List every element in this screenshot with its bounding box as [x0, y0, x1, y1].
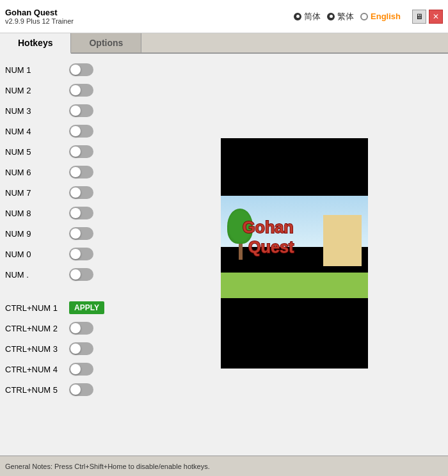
hotkey-label-ctrlnum5: CTRL+NUM 5	[5, 385, 63, 395]
lang-english[interactable]: English	[360, 12, 401, 21]
hotkey-row-num0: NUM 0	[5, 246, 133, 262]
language-controls: 简体 繁体 English 🖥 ✕	[294, 10, 443, 24]
toggle-num0[interactable]	[69, 248, 93, 260]
toggle-num7[interactable]	[69, 186, 93, 199]
hotkey-label-num0: NUM 0	[5, 250, 63, 259]
hotkey-row-ctrlnum2: CTRL+NUM 2	[5, 320, 133, 337]
tab-bar: Hotkeys Options	[0, 33, 448, 54]
toggle-ctrlnum2[interactable]	[69, 322, 93, 335]
monitor-button[interactable]: 🖥	[412, 10, 426, 24]
game-image-container: Gohan Quest	[221, 138, 368, 369]
hotkey-row-num8: NUM 8	[5, 205, 133, 221]
hotkey-label-num2: NUM 2	[5, 86, 63, 95]
game-image-area: Gohan Quest	[146, 56, 443, 450]
tab-options[interactable]: Options	[71, 33, 141, 52]
toggle-num9[interactable]	[69, 227, 93, 240]
hotkey-row-ctrlnum5: CTRL+NUM 5	[5, 381, 133, 398]
lang-traditional-label: 繁体	[337, 11, 354, 22]
hotkey-row-num3: NUM 3	[5, 102, 133, 119]
radio-english	[360, 13, 368, 20]
close-button[interactable]: ✕	[429, 10, 443, 24]
hotkey-row-numdot: NUM .	[5, 266, 133, 283]
lang-simplified[interactable]: 简体	[294, 11, 321, 22]
toggle-num6[interactable]	[69, 166, 93, 178]
status-bar: General Notes: Press Ctrl+Shift+Home to …	[0, 456, 448, 476]
hotkey-label-ctrlnum4: CTRL+NUM 4	[5, 365, 63, 374]
hotkey-row-ctrlnum4: CTRL+NUM 4	[5, 361, 133, 377]
hotkey-label-num7: NUM 7	[5, 188, 63, 198]
section-gap	[5, 287, 133, 296]
hotkeys-list: NUM 1 NUM 2 NUM 3 NUM 4 NUM 5 NUM 6 NUM …	[5, 61, 133, 450]
status-text: General Notes: Press Ctrl+Shift+Home to …	[5, 463, 210, 470]
hotkey-row-num1: NUM 1	[5, 61, 133, 78]
hotkey-label-num4: NUM 4	[5, 127, 63, 136]
hotkey-row-num5: NUM 5	[5, 143, 133, 160]
hotkey-row-num4: NUM 4	[5, 123, 133, 139]
main-content: NUM 1 NUM 2 NUM 3 NUM 4 NUM 5 NUM 6 NUM …	[0, 54, 448, 456]
toggle-ctrlnum5[interactable]	[69, 383, 93, 396]
hotkey-row-ctrlnum1: CTRL+NUM 1 APPLY	[5, 299, 133, 316]
apply-button[interactable]: APPLY	[69, 301, 104, 314]
app-version: v2.9.9 Plus 12 Trainer	[5, 17, 74, 25]
hotkey-row-num6: NUM 6	[5, 164, 133, 180]
lang-traditional[interactable]: 繁体	[327, 11, 354, 22]
hotkey-label-num5: NUM 5	[5, 147, 63, 157]
hotkey-label-num6: NUM 6	[5, 168, 63, 177]
lang-simplified-label: 简体	[304, 11, 321, 22]
toggle-num8[interactable]	[69, 207, 93, 219]
game-scene: Gohan Quest	[221, 196, 368, 298]
toggle-num2[interactable]	[69, 84, 93, 97]
hotkey-label-numdot: NUM .	[5, 270, 63, 280]
hotkey-label-num3: NUM 3	[5, 106, 63, 116]
lang-english-label: English	[371, 12, 401, 21]
toggle-num4[interactable]	[69, 125, 93, 138]
toggle-ctrlnum4[interactable]	[69, 363, 93, 376]
tab-hotkeys[interactable]: Hotkeys	[0, 33, 71, 54]
hotkey-row-num2: NUM 2	[5, 82, 133, 99]
title-bar: Gohan Quest v2.9.9 Plus 12 Trainer 简体 繁体…	[0, 0, 448, 33]
hotkey-label-ctrlnum3: CTRL+NUM 3	[5, 344, 63, 354]
hotkey-label-ctrlnum1: CTRL+NUM 1	[5, 303, 63, 313]
ground-bg	[221, 273, 368, 298]
svg-text:Quest: Quest	[248, 238, 294, 256]
title-info: Gohan Quest v2.9.9 Plus 12 Trainer	[5, 8, 74, 25]
hotkey-label-num8: NUM 8	[5, 209, 63, 218]
toggle-num5[interactable]	[69, 145, 93, 158]
svg-text:Gohan: Gohan	[243, 218, 294, 236]
gohan-quest-logo-svg: Gohan Quest	[230, 205, 358, 263]
hotkey-row-num9: NUM 9	[5, 225, 133, 242]
window-controls: 🖥 ✕	[412, 10, 443, 24]
hotkey-row-ctrlnum3: CTRL+NUM 3	[5, 340, 133, 357]
hotkey-row-num7: NUM 7	[5, 184, 133, 201]
radio-traditional	[327, 13, 335, 20]
image-top-black	[221, 138, 368, 196]
toggle-num1[interactable]	[69, 63, 93, 76]
hotkey-label-ctrlnum2: CTRL+NUM 2	[5, 324, 63, 333]
toggle-numdot[interactable]	[69, 268, 93, 281]
toggle-num3[interactable]	[69, 104, 93, 117]
app-title: Gohan Quest	[5, 8, 74, 17]
radio-simplified	[294, 13, 301, 20]
hotkey-label-num9: NUM 9	[5, 229, 63, 239]
image-bottom-black	[221, 298, 368, 369]
toggle-ctrlnum3[interactable]	[69, 342, 93, 355]
hotkey-label-num1: NUM 1	[5, 65, 63, 75]
